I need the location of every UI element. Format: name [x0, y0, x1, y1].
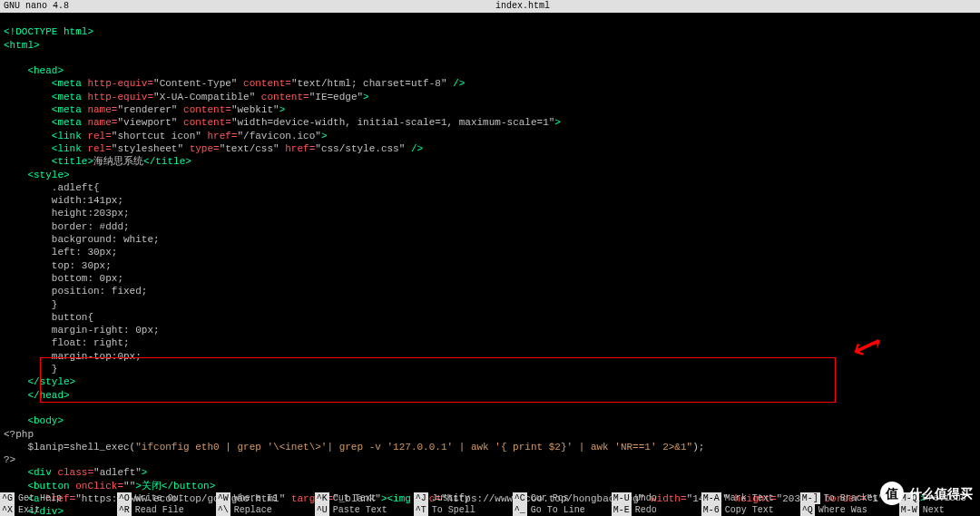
shortcut-label: Write Out: [135, 492, 184, 504]
filename: index.html: [69, 0, 976, 13]
shortcut-label: Copy Text: [725, 504, 774, 516]
shortcut-label: Redo: [635, 504, 657, 516]
shortcut-item[interactable]: M-UUndo: [612, 492, 701, 504]
shortcut-item[interactable]: ^QWhere Was: [800, 504, 899, 516]
watermark: 值 什么值得买: [880, 482, 973, 505]
shortcut-row-2: ^XExit^RRead File^\Replace^UPaste Text^T…: [0, 504, 980, 516]
shortcut-item[interactable]: ^GGet Help: [0, 492, 117, 504]
shortcut-item[interactable]: M-WNext: [899, 504, 980, 516]
shortcut-item[interactable]: ^_Go To Line: [513, 504, 612, 516]
shortcut-label: Mark Text: [725, 492, 774, 504]
shortcut-key: M-]: [800, 492, 820, 504]
shortcut-key: ^X: [0, 504, 15, 516]
title-bar: GNU nano 4.8 index.html: [0, 0, 980, 13]
shortcut-item[interactable]: M-ERedo: [612, 504, 701, 516]
shortcut-label: Where Was: [818, 504, 867, 516]
shortcut-item[interactable]: ^RRead File: [117, 504, 216, 516]
watermark-icon: 值: [880, 482, 904, 505]
shortcut-item[interactable]: ^UPaste Text: [315, 504, 414, 516]
shortcut-key: M-6: [701, 504, 721, 516]
shortcut-key: ^W: [216, 492, 230, 504]
shortcut-item[interactable]: M-AMark Text: [701, 492, 800, 504]
shortcut-label: Go To Line: [531, 504, 585, 516]
shortcut-item[interactable]: ^\Replace: [216, 504, 315, 516]
shortcut-label: Justify: [432, 492, 470, 504]
shortcut-key: M-W: [899, 504, 919, 516]
editor-content[interactable]: <!DOCTYPE html> <html> <head> <meta http…: [0, 13, 980, 516]
shortcut-label: Exit: [18, 504, 40, 516]
shortcut-item[interactable]: ^JJustify: [414, 492, 513, 504]
shortcut-label: Paste Text: [333, 504, 387, 516]
shortcut-key: ^_: [513, 504, 527, 516]
shortcut-key: ^\: [216, 504, 230, 516]
shortcut-label: Read File: [135, 504, 184, 516]
watermark-text: 什么值得买: [909, 485, 973, 501]
shortcut-key: M-U: [612, 492, 632, 504]
shortcut-row-1: ^GGet Help^OWrite Out^WWhere Is^KCut Tex…: [0, 492, 980, 504]
shortcut-item[interactable]: ^OWrite Out: [117, 492, 216, 504]
shortcut-key: ^K: [315, 492, 329, 504]
shortcut-label: Cur Pos: [531, 492, 569, 504]
shortcut-key: ^J: [414, 492, 428, 504]
shortcut-item[interactable]: ^KCut Text: [315, 492, 414, 504]
shortcut-label: Replace: [234, 504, 272, 516]
shortcut-key: ^Q: [800, 504, 815, 516]
shortcut-item[interactable]: ^WWhere Is: [216, 492, 315, 504]
shortcut-key: ^U: [315, 504, 329, 516]
shortcut-label: To Spell: [432, 504, 475, 516]
app-name: GNU nano 4.8: [4, 0, 69, 13]
shortcut-item[interactable]: M-6Copy Text: [701, 504, 800, 516]
shortcut-label: To Bracket: [824, 492, 878, 504]
shortcut-label: Undo: [635, 492, 657, 504]
shortcut-item[interactable]: ^TTo Spell: [414, 504, 513, 516]
shortcut-key: M-E: [612, 504, 632, 516]
shortcut-label: Cut Text: [333, 492, 377, 504]
shortcut-item[interactable]: ^CCur Pos: [513, 492, 612, 504]
shortcut-key: ^G: [0, 492, 15, 504]
shortcut-key: ^T: [414, 504, 428, 516]
shortcut-label: Where Is: [234, 492, 278, 504]
shortcut-key: ^R: [117, 504, 132, 516]
shortcut-key: ^O: [117, 492, 132, 504]
shortcut-key: ^C: [513, 492, 527, 504]
shortcut-label: Next: [923, 504, 945, 516]
shortcut-item[interactable]: ^XExit: [0, 504, 117, 516]
shortcut-label: Get Help: [18, 492, 62, 504]
shortcut-bar: ^GGet Help^OWrite Out^WWhere Is^KCut Tex…: [0, 492, 980, 516]
shortcut-key: M-A: [701, 492, 721, 504]
